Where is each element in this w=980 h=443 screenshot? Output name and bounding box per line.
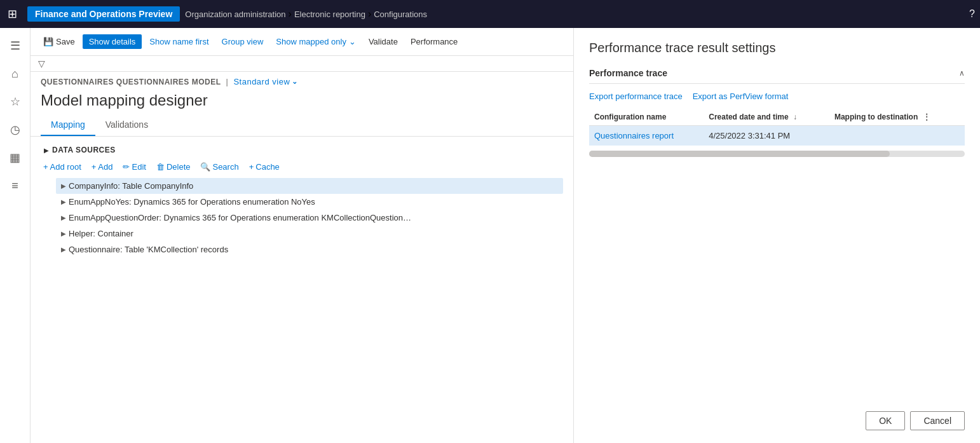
save-button[interactable]: 💾 Save [38, 34, 80, 49]
add-button[interactable]: + Add [89, 161, 116, 173]
breadcrumb-separator: | [226, 78, 229, 86]
breadcrumb-chevron-2: › [368, 8, 371, 20]
designer-area: ▶ DATA SOURCES + Add root + Add ✏ Edit 🗑 [31, 137, 573, 443]
add-root-button[interactable]: + Add root [41, 161, 84, 173]
ds-toolbar: + Add root + Add ✏ Edit 🗑 Delete 🔍 S [41, 161, 563, 173]
filter-bar: ▽ [31, 56, 573, 72]
delete-icon: 🗑 [156, 162, 165, 172]
star-icon[interactable]: ☆ [3, 89, 28, 114]
right-panel: Performance trace result settings Perfor… [573, 28, 980, 443]
col-config-name: Configuration name [589, 109, 704, 126]
sort-icon: ↓ [793, 112, 797, 121]
list-icon[interactable]: ≡ [3, 173, 28, 198]
ds-collapse-icon[interactable]: ▶ [41, 144, 52, 156]
calendar-icon[interactable]: ▦ [3, 145, 28, 170]
export-performance-trace-link[interactable]: Export performance trace [589, 92, 683, 101]
home-icon[interactable]: ⌂ [3, 61, 28, 86]
cell-config-name: Questionnaires report [589, 126, 704, 146]
tabs: Mapping Validations [31, 114, 573, 137]
expand-icon-4: ▶ [61, 246, 66, 253]
cell-mapping-destination [829, 126, 965, 146]
table-row[interactable]: Questionnaires report 4/25/2022 3:31:41 … [589, 126, 965, 146]
group-view-button[interactable]: Group view [217, 34, 269, 49]
top-nav: ⊞ Finance and Operations Preview Organiz… [0, 0, 980, 28]
edit-button[interactable]: ✏ Edit [120, 161, 148, 173]
data-sources-header: ▶ DATA SOURCES [41, 144, 563, 156]
show-details-button[interactable]: Show details [83, 34, 142, 49]
tree-item-questionnaire[interactable]: ▶ Questionnaire: Table 'KMCollection' re… [56, 242, 563, 257]
breadcrumb-electronic-reporting[interactable]: Electronic reporting [294, 10, 365, 19]
content-area: 💾 Save Show details Show name first Grou… [31, 28, 573, 443]
tree-item-companyinfo[interactable]: ▶ CompanyInfo: Table CompanyInfo [56, 178, 563, 194]
search-button[interactable]: 🔍 Search [198, 161, 241, 173]
export-perfview-link[interactable]: Export as PerfView format [693, 92, 789, 101]
save-icon: 💾 [43, 37, 53, 46]
add-root-icon: + [43, 162, 48, 172]
data-source-tree: ▶ CompanyInfo: Table CompanyInfo ▶ EnumA… [41, 178, 563, 257]
tree-item-enumappnoyes[interactable]: ▶ EnumAppNoYes: Dynamics 365 for Operati… [56, 194, 563, 210]
cache-icon: + [249, 162, 254, 172]
performance-trace-table: Configuration name Created date and time… [589, 109, 965, 146]
content-breadcrumb: QUESTIONNAIRES QUESTIONNAIRES MODEL | St… [31, 72, 573, 89]
show-mapped-only-button[interactable]: Show mapped only ⌄ [271, 34, 361, 49]
breadcrumb-chevron-1: › [289, 8, 292, 20]
filter-icon[interactable]: ▽ [38, 58, 45, 69]
app-title: Finance and Operations Preview [27, 6, 180, 22]
config-name-link[interactable]: Questionnaires report [594, 131, 674, 140]
tab-validations[interactable]: Validations [95, 114, 158, 136]
page-title: Model mapping designer [31, 89, 573, 114]
app-grid-icon[interactable]: ⊞ [5, 4, 20, 24]
tree-item-helper[interactable]: ▶ Helper: Container [56, 226, 563, 242]
column-more-icon[interactable]: ⋮ [923, 112, 930, 121]
breadcrumb-org-admin[interactable]: Organization administration [185, 10, 285, 19]
expand-icon-1: ▶ [61, 198, 66, 205]
toolbar: 💾 Save Show details Show name first Grou… [31, 28, 573, 56]
section-title: Performance trace [589, 68, 667, 78]
cancel-button[interactable]: Cancel [910, 411, 965, 430]
tree-item-enumappquestionorder[interactable]: ▶ EnumAppQuestionOrder: Dynamics 365 for… [56, 210, 563, 226]
panel-footer: OK Cancel [589, 401, 965, 430]
clock-icon[interactable]: ◷ [3, 117, 28, 142]
breadcrumb-configurations[interactable]: Configurations [374, 10, 427, 19]
scroll-thumb [589, 151, 890, 157]
add-icon: + [92, 162, 97, 172]
view-chevron-icon: ⌄ [292, 78, 298, 86]
validate-button[interactable]: Validate [364, 34, 403, 49]
delete-button[interactable]: 🗑 Delete [154, 161, 193, 173]
hamburger-icon[interactable]: ☰ [3, 33, 28, 58]
edit-icon: ✏ [123, 162, 130, 172]
performance-trace-section: Performance trace ∧ [589, 68, 965, 84]
cache-button[interactable]: + Cache [247, 161, 282, 173]
show-name-first-button[interactable]: Show name first [144, 34, 214, 49]
tab-mapping[interactable]: Mapping [41, 114, 95, 136]
help-icon[interactable]: ? [969, 8, 975, 20]
standard-view-link[interactable]: Standard view [233, 77, 290, 86]
main-layout: ☰ ⌂ ☆ ◷ ▦ ≡ 💾 Save Show details Show nam… [0, 28, 980, 443]
dropdown-chevron-icon: ⌄ [349, 37, 356, 46]
ok-button[interactable]: OK [866, 411, 905, 430]
search-icon: 🔍 [200, 162, 210, 172]
expand-icon-3: ▶ [61, 230, 66, 237]
expand-icon-0: ▶ [61, 182, 66, 189]
cell-created-datetime: 4/25/2022 3:31:41 PM [704, 126, 829, 146]
col-created-datetime[interactable]: Created date and time ↓ [704, 109, 829, 126]
collapse-icon[interactable]: ∧ [959, 69, 965, 78]
sidebar: ☰ ⌂ ☆ ◷ ▦ ≡ [0, 28, 31, 443]
horizontal-scrollbar[interactable] [589, 151, 965, 157]
data-sources-label: DATA SOURCES [52, 146, 116, 154]
expand-icon-2: ▶ [61, 214, 66, 221]
performance-button[interactable]: Performance [405, 34, 463, 49]
breadcrumb-part1: QUESTIONNAIRES QUESTIONNAIRES MODEL [41, 78, 221, 86]
panel-title: Performance trace result settings [589, 41, 965, 55]
export-links-row: Export performance trace Export as PerfV… [589, 92, 965, 101]
col-mapping-destination: Mapping to destination ⋮ [829, 109, 965, 126]
